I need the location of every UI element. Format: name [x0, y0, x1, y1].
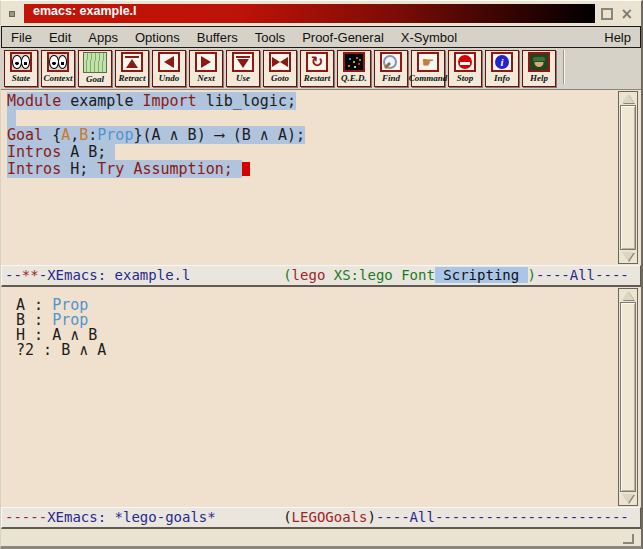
toolbar-button-label: Command	[409, 73, 448, 83]
scroll-up-arrow-icon[interactable]	[619, 92, 637, 105]
locked-region	[7, 109, 16, 127]
locked-region: Intros A B;	[7, 143, 115, 161]
scroll-down-arrow-icon[interactable]	[619, 492, 637, 505]
goal-picture-icon	[83, 52, 107, 73]
command-button[interactable]: Command	[411, 50, 445, 87]
script-modeline: --**-XEmacs: example.l (lego XS:lego Fon…	[1, 265, 641, 287]
close-button[interactable]: ×	[620, 8, 633, 20]
toolbar-button-label: Restart	[304, 73, 331, 83]
help-button[interactable]: Help	[522, 50, 556, 87]
qed-button[interactable]: Q.E.D.	[337, 50, 371, 87]
buffer-line: A : Prop	[7, 298, 616, 313]
toolbar-button-label: Goal	[86, 74, 104, 84]
window-controls: ×	[595, 8, 641, 20]
goals-buffer-window: A : Prop B : Prop H : A ∧ B ?2 : B ∧ A	[1, 287, 641, 507]
circular-arrows-icon	[306, 52, 328, 72]
toolbar-button-label: Retract	[119, 73, 146, 83]
buffer-line: Module example Import lib_logic;	[7, 93, 616, 110]
scrollbar-trough[interactable]	[618, 91, 638, 264]
script-buffer-window: Module example Import lib_logic; Goal {A…	[1, 90, 641, 265]
menu-item-tools[interactable]: Tools	[255, 30, 285, 45]
locked-region: Goal {A,B:Prop}(A ∧ B) ⟶ (B ∧ A);	[7, 126, 305, 144]
toolbar-separator	[563, 50, 565, 84]
state-button[interactable]: State	[4, 50, 38, 87]
info-button[interactable]: Info	[485, 50, 519, 87]
scroll-down-arrow-icon[interactable]	[619, 250, 637, 263]
goal-button[interactable]: Goal	[78, 50, 112, 87]
xemacs-window: emacs: example.l × FileEditAppsOptionsBu…	[0, 0, 643, 549]
triangle-right-icon	[195, 52, 217, 72]
toolbar-button-label: Info	[494, 73, 510, 83]
triangle-down-bar-icon	[232, 52, 254, 72]
menu-item-help[interactable]: Help	[604, 30, 631, 45]
triangle-up-bar-icon	[121, 52, 143, 72]
scrollbar-thumb[interactable]	[620, 302, 636, 492]
menu-bar: FileEditAppsOptionsBuffersToolsProof-Gen…	[1, 26, 641, 48]
goals-scrollbar	[616, 287, 641, 507]
locked-region: Module example Import lib_logic;	[7, 92, 296, 110]
find-button[interactable]: Find	[374, 50, 408, 87]
bowtie-icon	[269, 52, 291, 72]
toolbar-button-label: Goto	[271, 73, 289, 83]
window-title: emacs: example.l	[33, 4, 137, 18]
menu-item-buffers[interactable]: Buffers	[197, 30, 238, 45]
menu-item-apps[interactable]: Apps	[88, 30, 118, 45]
fireworks-icon	[343, 52, 365, 72]
no-entry-icon	[454, 52, 476, 72]
window-menu-dot-icon[interactable]	[9, 11, 15, 17]
script-buffer[interactable]: Module example Import lib_logic; Goal {A…	[1, 90, 616, 265]
toolbar-button-label: Use	[236, 73, 250, 83]
pointing-hand-icon	[417, 52, 439, 72]
maximize-button[interactable]	[601, 8, 613, 20]
toolbar-button-label: State	[12, 73, 31, 83]
menu-item-edit[interactable]: Edit	[49, 30, 71, 45]
goals-buffer[interactable]: A : Prop B : Prop H : A ∧ B ?2 : B ∧ A	[1, 287, 616, 507]
scrollbar-trough[interactable]	[618, 288, 638, 506]
buffer-line: B : Prop	[7, 313, 616, 328]
goto-button[interactable]: Goto	[263, 50, 297, 87]
proof-general-toolbar: StateContextGoalRetractUndoNextUseGotoRe…	[1, 48, 641, 90]
buffer-line: Goal {A,B:Prop}(A ∧ B) ⟶ (B ∧ A);	[7, 127, 616, 144]
eyes-icon	[47, 52, 69, 72]
menu-item-x-symbol[interactable]: X-Symbol	[401, 30, 457, 45]
echo-area[interactable]	[1, 529, 641, 546]
toolbar-button-label: Undo	[159, 73, 180, 83]
menu-item-proof-general[interactable]: Proof-General	[302, 30, 384, 45]
buffer-line: ?2 : B ∧ A	[7, 343, 616, 358]
context-button[interactable]: Context	[41, 50, 75, 87]
locked-region: Intros H; Try Assumption;	[7, 160, 242, 178]
goals-modeline: -----XEmacs: *lego-goals* (LEGOGoals)---…	[1, 507, 641, 529]
retract-button[interactable]: Retract	[115, 50, 149, 87]
face-icon	[528, 52, 550, 72]
toolbar-button-label: Find	[382, 73, 400, 83]
buffer-line: Intros H; Try Assumption;	[7, 161, 616, 178]
menu-item-file[interactable]: File	[11, 30, 32, 45]
stop-button[interactable]: Stop	[448, 50, 482, 87]
buffer-line	[7, 110, 616, 127]
next-button[interactable]: Next	[189, 50, 223, 87]
info-circle-icon	[491, 52, 513, 72]
toolbar-button-label: Context	[43, 73, 72, 83]
eyes-icon	[10, 52, 32, 72]
menu-item-options[interactable]: Options	[135, 30, 180, 45]
scroll-up-arrow-icon[interactable]	[619, 289, 637, 302]
toolbar-button-label: Q.E.D.	[341, 73, 367, 83]
restart-button[interactable]: Restart	[300, 50, 334, 87]
buffer-line: Intros A B;	[7, 144, 616, 161]
title-bar[interactable]: emacs: example.l	[24, 4, 595, 23]
toolbar-button-label: Stop	[457, 73, 474, 83]
toolbar-button-label: Next	[197, 73, 215, 83]
undo-button[interactable]: Undo	[152, 50, 186, 87]
toolbar-button-label: Help	[530, 73, 548, 83]
window-title-row: emacs: example.l ×	[1, 1, 641, 26]
magnifier-icon	[380, 52, 402, 72]
scrollbar-thumb[interactable]	[620, 105, 636, 250]
text-cursor	[242, 162, 250, 176]
use-button[interactable]: Use	[226, 50, 260, 87]
script-scrollbar	[616, 90, 641, 265]
triangle-left-icon	[158, 52, 180, 72]
resize-grip-icon[interactable]	[623, 534, 634, 544]
